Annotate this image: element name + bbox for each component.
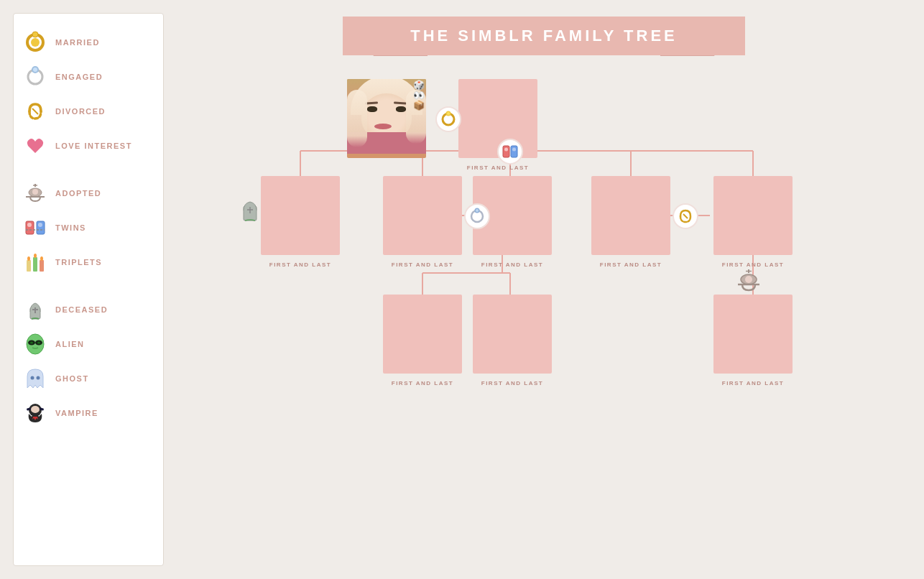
svg-rect-54 <box>503 146 509 157</box>
svg-point-15 <box>38 223 42 227</box>
child1-name: FIRST AND LAST <box>254 261 347 268</box>
person-card-gc3: FIRST AND LAST <box>713 295 793 374</box>
svg-point-22 <box>40 256 43 261</box>
person-card-missy: 🎲 👀 📦 MISSY BIERMAN <box>347 79 426 158</box>
deceased-label: Deceased <box>55 305 108 314</box>
svg-point-30 <box>37 342 40 344</box>
married-label: Married <box>55 38 100 47</box>
svg-point-34 <box>31 406 40 413</box>
svg-point-32 <box>37 376 40 380</box>
banner: THE SIMBLR FAMILY TREE <box>307 7 781 65</box>
legend-item-adopted: Adopted <box>22 177 154 209</box>
vampire-icon <box>22 400 48 426</box>
svg-point-63 <box>476 209 479 212</box>
legend-item-love-interest: Love Interest <box>22 130 154 162</box>
person-card-gc1: FIRST AND LAST <box>383 295 462 374</box>
love-interest-label: Love Interest <box>55 142 132 150</box>
gc3-name: FIRST AND LAST <box>706 380 800 386</box>
vampire-label: Vampire <box>55 409 98 417</box>
main-content: THE SIMBLR FAMILY TREE <box>164 0 924 579</box>
legend-item-triplets: Triplets <box>22 246 154 278</box>
engaged-label: Engaged <box>55 73 103 81</box>
legend-item-divorced: Divorced <box>22 96 154 127</box>
svg-point-29 <box>30 342 33 344</box>
svg-point-53 <box>447 112 450 115</box>
svg-rect-17 <box>27 260 31 272</box>
gc2-name: FIRST AND LAST <box>466 380 559 386</box>
alien-label: Alien <box>55 340 85 348</box>
legend-item-ghost: Ghost <box>22 363 154 394</box>
svg-point-21 <box>34 254 37 258</box>
svg-point-20 <box>27 256 30 261</box>
triplets-icon <box>22 249 48 275</box>
svg-rect-19 <box>40 260 44 272</box>
legend-item-deceased: Deceased <box>22 294 154 325</box>
legend-item-engaged: Engaged <box>22 61 154 93</box>
twins-icon-tree <box>497 139 523 165</box>
love-interest-icon <box>22 133 48 159</box>
svg-rect-55 <box>511 146 517 157</box>
svg-point-1 <box>31 38 40 47</box>
ghost-label: Ghost <box>55 374 89 383</box>
svg-point-5 <box>33 68 37 72</box>
banner-title: THE SIMBLR FAMILY TREE <box>410 27 678 45</box>
child2-name: FIRST AND LAST <box>376 261 469 268</box>
person-card-child4: FIRST AND LAST <box>591 176 670 255</box>
svg-point-9 <box>32 189 38 195</box>
divorced-icon-tree <box>673 203 698 229</box>
divider-1 <box>22 165 154 175</box>
person-card-child5: FIRST AND LAST <box>713 176 793 255</box>
engaged-icon-tree <box>464 203 490 229</box>
svg-point-31 <box>31 376 34 380</box>
child4-name: FIRST AND LAST <box>584 261 678 268</box>
divider-2 <box>22 281 154 291</box>
married-icon <box>22 29 48 55</box>
alien-icon <box>22 331 48 357</box>
svg-line-6 <box>32 108 38 114</box>
legend-item-twins: Twins <box>22 212 154 244</box>
banner-body: THE SIMBLR FAMILY TREE <box>343 17 745 55</box>
svg-point-57 <box>512 148 516 152</box>
marriage-icon-gen1 <box>435 106 461 132</box>
person-card-gc2: FIRST AND LAST <box>473 295 552 374</box>
adopted-icon <box>22 180 48 206</box>
deceased-icon <box>22 297 48 323</box>
twins-label: Twins <box>55 223 86 232</box>
svg-line-64 <box>683 214 688 218</box>
sidebar: Married Engaged Divorced Love Inter <box>13 13 164 566</box>
legend-item-married: Married <box>22 27 154 58</box>
person-card-child1: FIRST AND LAST <box>261 176 340 255</box>
svg-point-67 <box>745 276 752 283</box>
triplets-label: Triplets <box>55 258 102 267</box>
gc1-name: FIRST AND LAST <box>376 380 469 386</box>
partner1-name: FIRST AND LAST <box>451 165 545 171</box>
person-card-child2: FIRST AND LAST <box>383 176 462 255</box>
svg-rect-18 <box>33 257 37 272</box>
legend-item-alien: Alien <box>22 328 154 360</box>
child3-name: FIRST AND LAST <box>466 261 559 268</box>
svg-point-14 <box>27 223 32 227</box>
ghost-icon <box>22 366 48 392</box>
tree-container: 🎲 👀 📦 MISSY BIERMAN FIRST AND LAST <box>178 72 910 572</box>
legend-item-vampire: Vampire <box>22 397 154 429</box>
divorced-label: Divorced <box>55 107 106 116</box>
adopted-label: Adopted <box>55 189 101 198</box>
svg-point-2 <box>32 32 38 37</box>
divorced-icon <box>22 98 48 124</box>
twins-icon <box>22 215 48 241</box>
svg-point-56 <box>504 148 508 152</box>
engaged-icon <box>22 64 48 90</box>
